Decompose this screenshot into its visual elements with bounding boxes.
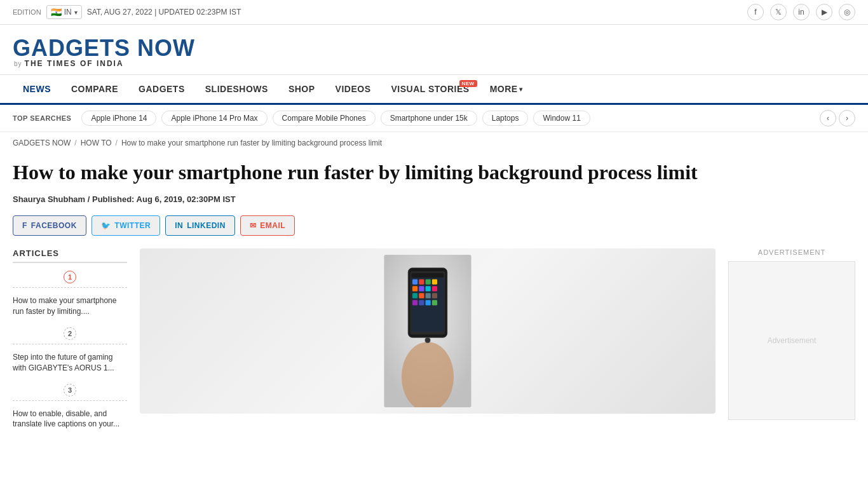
breadcrumb-home[interactable]: GADGETS NOW xyxy=(13,139,71,147)
nav-item-visual-stories[interactable]: VISUAL STORIES NEW xyxy=(381,75,479,103)
flag-icon: 🇮🇳 xyxy=(51,7,62,17)
search-tag-5[interactable]: Laptops xyxy=(482,111,529,126)
edition-value: IN xyxy=(64,8,72,17)
date-time: SAT, AUG 27, 2022 | UPDATED 02:23PM IST xyxy=(87,8,241,17)
breadcrumb-sep-1: / xyxy=(74,139,76,147)
facebook-share-icon: f xyxy=(22,221,27,230)
breadcrumb-current: How to make your smartphone run faster b… xyxy=(121,139,382,147)
breadcrumb: GADGETS NOW / HOW TO / How to make your … xyxy=(0,132,868,154)
search-tag-1[interactable]: Apple iPhone 14 xyxy=(81,111,156,126)
twitter-share-label: TWITTER xyxy=(114,221,151,230)
top-bar: EDITION 🇮🇳 IN ▾ SAT, AUG 27, 2022 | UPDA… xyxy=(0,0,868,25)
logo-toi: THE TIMES OF INDIA xyxy=(25,59,124,68)
svg-rect-5 xyxy=(412,273,444,278)
search-tag-2[interactable]: Apple iPhone 14 Pro Max xyxy=(161,111,267,126)
search-tag-6[interactable]: Window 11 xyxy=(533,111,590,126)
main-image-area xyxy=(140,248,715,440)
svg-rect-15 xyxy=(419,294,424,299)
phone-illustration xyxy=(364,255,491,407)
share-linkedin-button[interactable]: in LINKEDIN xyxy=(165,215,235,236)
breadcrumb-howto[interactable]: HOW TO xyxy=(81,139,112,147)
article-item-3: 3 How to enable, disable, and translate … xyxy=(13,384,127,430)
facebook-icon[interactable]: f xyxy=(747,4,764,20)
linkedin-share-icon: in xyxy=(175,221,183,230)
article-meta: Shaurya Shubham / Published: Aug 6, 2019… xyxy=(13,194,855,204)
articles-panel: ARTICLES 1 How to make your smartphone r… xyxy=(13,248,127,440)
svg-rect-6 xyxy=(412,280,417,285)
article-item-1: 1 How to make your smartphone run faster… xyxy=(13,271,127,317)
svg-rect-9 xyxy=(432,280,437,285)
nav-item-slideshows[interactable]: SLIDESHOWS xyxy=(195,75,278,103)
svg-rect-11 xyxy=(419,287,424,292)
article-image xyxy=(140,248,715,414)
header: GADGETS NOW by THE TIMES OF INDIA xyxy=(0,25,868,75)
nav-item-compare[interactable]: COMPARE xyxy=(61,75,128,103)
nav-item-news[interactable]: NEWS xyxy=(13,75,61,105)
svg-rect-13 xyxy=(432,287,437,292)
linkedin-icon[interactable]: in xyxy=(793,4,810,20)
svg-rect-16 xyxy=(426,294,431,299)
searches-next-button[interactable]: › xyxy=(839,110,855,126)
svg-rect-18 xyxy=(412,301,417,306)
articles-panel-title: ARTICLES xyxy=(13,248,127,263)
ad-placeholder: Advertisement xyxy=(728,261,855,420)
twitter-share-icon: 🐦 xyxy=(101,221,111,230)
content-bottom: ARTICLES 1 How to make your smartphone r… xyxy=(13,248,855,440)
breadcrumb-sep-2: / xyxy=(116,139,118,147)
search-tag-3[interactable]: Compare Mobile Phones xyxy=(273,111,376,126)
top-bar-left: EDITION 🇮🇳 IN ▾ SAT, AUG 27, 2022 | UPDA… xyxy=(13,5,241,19)
svg-rect-8 xyxy=(426,280,431,285)
article-link-1[interactable]: How to make your smartphone run faster b… xyxy=(13,295,127,317)
nav-item-more[interactable]: MORE ▾ xyxy=(480,75,533,103)
svg-rect-7 xyxy=(419,280,424,285)
article-published: Published: Aug 6, 2019, 02:30PM IST xyxy=(92,194,236,204)
searches-nav: ‹ › xyxy=(820,110,855,126)
share-email-button[interactable]: ✉ EMAIL xyxy=(240,215,295,236)
linkedin-share-label: LINKEDIN xyxy=(187,221,226,230)
nav-item-gadgets[interactable]: GADGETS xyxy=(128,75,195,103)
article-link-3[interactable]: How to enable, disable, and translate li… xyxy=(13,409,127,430)
svg-rect-17 xyxy=(432,294,437,299)
article-item-2: 2 Step into the future of gaming with GI… xyxy=(13,327,127,374)
article-author: Shaurya Shubham xyxy=(13,194,85,204)
nav-bar: NEWS COMPARE GADGETS SLIDESHOWS SHOP VID… xyxy=(0,75,868,105)
edition-label: EDITION xyxy=(13,8,41,16)
ad-label: ADVERTISEMENT xyxy=(728,248,855,256)
instagram-icon[interactable]: ◎ xyxy=(839,4,855,20)
more-chevron-icon: ▾ xyxy=(519,86,523,93)
logo[interactable]: GADGETS NOW by THE TIMES OF INDIA xyxy=(13,35,855,68)
article-number-2: 2 xyxy=(64,327,76,340)
svg-rect-21 xyxy=(432,301,437,306)
youtube-icon[interactable]: ▶ xyxy=(816,4,832,20)
article-divider-3 xyxy=(13,400,127,401)
svg-point-22 xyxy=(425,338,430,343)
searches-prev-button[interactable]: ‹ xyxy=(820,110,836,126)
share-facebook-button[interactable]: f FACEBOOK xyxy=(13,215,86,236)
searches-label: TOP SEARCHES xyxy=(13,114,71,122)
email-share-label: EMAIL xyxy=(260,221,285,230)
share-buttons: f FACEBOOK 🐦 TWITTER in LINKEDIN ✉ EMAIL xyxy=(13,215,855,236)
article-divider-2 xyxy=(13,344,127,344)
new-badge: NEW xyxy=(459,80,477,87)
article-number-3: 3 xyxy=(64,384,76,396)
logo-sub: by THE TIMES OF INDIA xyxy=(14,59,124,68)
logo-main: GADGETS NOW xyxy=(13,35,195,62)
nav-item-videos[interactable]: VIDEOS xyxy=(325,75,381,103)
svg-rect-10 xyxy=(412,287,417,292)
social-icons: f 𝕏 in ▶ ◎ xyxy=(747,4,855,20)
main-content: How to make your smartphone run faster b… xyxy=(0,154,868,446)
nav-item-shop[interactable]: SHOP xyxy=(278,75,325,103)
email-share-icon: ✉ xyxy=(250,221,257,230)
edition-selector[interactable]: 🇮🇳 IN ▾ xyxy=(46,5,82,19)
article-link-2[interactable]: Step into the future of gaming with GIGA… xyxy=(13,352,127,374)
article-number-1: 1 xyxy=(64,271,76,283)
twitter-icon[interactable]: 𝕏 xyxy=(770,4,787,20)
ad-panel: ADVERTISEMENT Advertisement xyxy=(728,248,855,440)
share-twitter-button[interactable]: 🐦 TWITTER xyxy=(92,215,160,236)
logo-by: by xyxy=(14,60,22,67)
svg-rect-20 xyxy=(426,301,431,306)
meta-separator: / xyxy=(88,194,92,204)
svg-rect-14 xyxy=(412,294,417,299)
article-title: How to make your smartphone run faster b… xyxy=(13,160,855,184)
search-tag-4[interactable]: Smartphone under 15k xyxy=(381,111,477,126)
